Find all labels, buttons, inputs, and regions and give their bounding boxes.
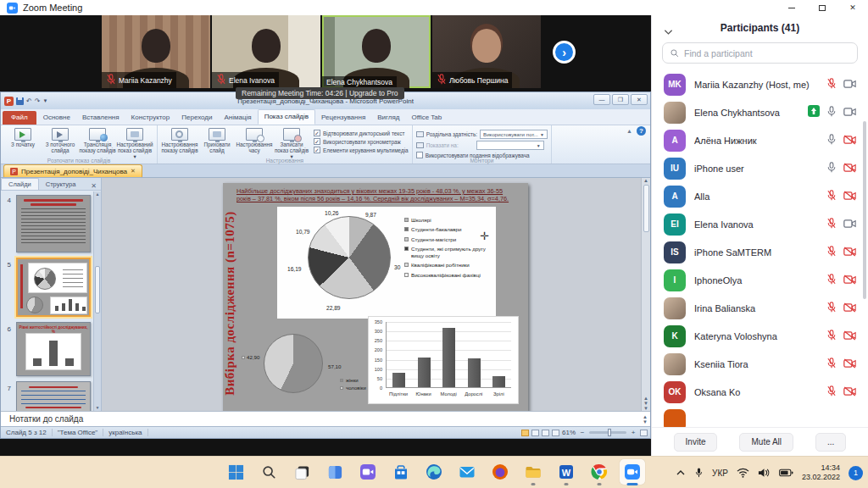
participant-row[interactable]: Irina Balianska bbox=[652, 294, 868, 322]
video-tile-3[interactable]: Elena Chykhantsova bbox=[322, 15, 431, 88]
slide-thumbnail-7[interactable] bbox=[16, 381, 91, 411]
hidden-icons-chevron[interactable] bbox=[676, 469, 686, 477]
microphone-tray-icon[interactable] bbox=[694, 467, 704, 479]
search-input[interactable] bbox=[684, 48, 837, 58]
participant-row[interactable] bbox=[652, 406, 868, 427]
participant-row[interactable]: AAlla bbox=[652, 182, 868, 210]
participant-row[interactable]: KKateryna Voloshyna bbox=[652, 322, 868, 350]
show-on-dropdown[interactable]: ▼ bbox=[476, 141, 544, 150]
set-up-slideshow-button[interactable]: Настроювання показу слайдів bbox=[161, 127, 198, 160]
participant-row[interactable]: IIphoneOlya bbox=[652, 266, 868, 294]
collapse-panel-icon[interactable] bbox=[664, 24, 673, 39]
close-button[interactable]: ✕ bbox=[837, 0, 868, 15]
view-slideshow-button[interactable] bbox=[552, 430, 559, 436]
broadcast-slideshow-button[interactable]: Трансляція показу слайдів bbox=[79, 127, 116, 160]
notes-area[interactable]: Нотатки до слайда ▲▼ bbox=[1, 411, 650, 426]
rehearse-timings-button[interactable]: Настроювання часу bbox=[236, 127, 273, 160]
help-icon[interactable]: ? bbox=[637, 126, 646, 136]
hide-slide-button[interactable]: Приховати слайд bbox=[198, 127, 236, 160]
clock[interactable]: 14:34 23.02.2022 bbox=[802, 463, 840, 483]
next-page-button[interactable]: › bbox=[553, 41, 576, 64]
maximize-button[interactable] bbox=[807, 0, 837, 15]
participant-row[interactable]: MKMariia Kazanzhy (Host, me) bbox=[652, 70, 868, 98]
media-controls-checkbox[interactable]: ✓Елементи керування мультимедіа bbox=[314, 147, 409, 153]
fit-to-window-button[interactable] bbox=[640, 430, 648, 436]
pane-close-icon[interactable]: ✕ bbox=[86, 182, 101, 190]
taskbar-edge-icon[interactable] bbox=[421, 459, 447, 485]
battery-icon[interactable] bbox=[779, 469, 793, 477]
taskbar-word-icon[interactable]: W bbox=[554, 459, 579, 485]
ribbon-tab-home[interactable]: Основне bbox=[37, 111, 76, 125]
slide-thumbnail-5[interactable] bbox=[16, 258, 91, 317]
ribbon-tab-file[interactable]: Файл bbox=[3, 111, 36, 125]
minimize-ribbon-icon[interactable]: ▲ bbox=[626, 128, 632, 134]
taskbar-firefox-icon[interactable] bbox=[487, 459, 513, 485]
slides-pane-scrollbar[interactable]: ▲▼ bbox=[93, 191, 101, 411]
ribbon-tab-review[interactable]: Рецензування bbox=[315, 111, 371, 125]
participant-row[interactable]: AАлёна Нижник bbox=[652, 126, 868, 154]
volume-icon[interactable] bbox=[758, 468, 771, 478]
taskbar-explorer-icon[interactable] bbox=[520, 459, 546, 485]
participant-search[interactable] bbox=[662, 42, 858, 64]
ribbon-tab-transitions[interactable]: Переходи bbox=[175, 111, 218, 125]
invite-button[interactable]: Invite bbox=[674, 433, 718, 452]
use-timings-checkbox[interactable]: ✓Використовувати хронометраж bbox=[314, 138, 409, 145]
taskbar-zoom-icon[interactable] bbox=[620, 459, 645, 485]
custom-slideshow-button[interactable]: Настроюваний показ слайдів ▾ bbox=[116, 127, 153, 160]
taskbar-start-icon[interactable] bbox=[223, 459, 248, 485]
taskbar-search-icon[interactable] bbox=[256, 459, 281, 485]
ribbon-tab-insert[interactable]: Вставлення bbox=[76, 111, 125, 125]
doc-tab-close-icon[interactable]: ✕ bbox=[131, 168, 136, 175]
current-slide[interactable]: Вибірка дослідження (n=1075) Найбільше д… bbox=[223, 183, 528, 411]
participant-row[interactable]: Elena Chykhantsova bbox=[652, 98, 868, 126]
ribbon-tab-view[interactable]: Вигляд bbox=[371, 111, 405, 125]
ppt-restore-button[interactable]: ❐ bbox=[612, 94, 629, 105]
document-tab[interactable]: P Презентація_доповіді_Чиханцова ✕ bbox=[3, 164, 142, 177]
from-beginning-button[interactable]: З початку bbox=[4, 127, 42, 160]
ribbon-tab-slideshow[interactable]: Показ слайдів bbox=[258, 109, 315, 125]
pie-data-label: 10,26 bbox=[325, 210, 339, 216]
minimize-button[interactable] bbox=[776, 0, 807, 15]
taskbar-task-view-icon[interactable] bbox=[289, 459, 314, 485]
tab-outline[interactable]: Структура bbox=[39, 179, 83, 190]
ribbon-tab-design[interactable]: Конструктор bbox=[125, 111, 176, 125]
video-tile-1[interactable]: Mariia Kazanzhy bbox=[102, 15, 210, 88]
taskbar-widgets-icon[interactable] bbox=[322, 459, 348, 485]
notes-resize-icons[interactable]: ▲▼ bbox=[643, 414, 650, 424]
view-sorter-button[interactable] bbox=[531, 430, 539, 436]
taskbar-chrome-icon[interactable] bbox=[587, 459, 612, 485]
ppt-close-button[interactable]: ✕ bbox=[631, 94, 648, 105]
canvas-scrollbar[interactable]: ▲ ▲▼▼ bbox=[641, 178, 650, 411]
notification-badge[interactable]: 1 bbox=[849, 466, 863, 480]
participant-row[interactable]: EIElena Ivanova bbox=[652, 210, 868, 238]
slide-thumbnail-6[interactable]: Рівні життєстійкості досліджуваних, % bbox=[16, 322, 91, 376]
play-narrations-checkbox[interactable]: ✓Відтворювати дикторський текст bbox=[314, 130, 409, 136]
mute-all-button[interactable]: Mute All bbox=[739, 433, 793, 452]
language-indicator[interactable]: УКР bbox=[712, 469, 728, 478]
participants-scrollbar[interactable] bbox=[863, 121, 866, 299]
ribbon-tab-animations[interactable]: Анімація bbox=[218, 111, 257, 125]
slide-thumbnail-4[interactable] bbox=[16, 195, 91, 252]
zoom-out-button[interactable]: − bbox=[578, 429, 587, 436]
more-options-button[interactable]: ... bbox=[815, 433, 846, 452]
view-normal-button[interactable] bbox=[521, 430, 529, 436]
taskbar-mail-icon[interactable] bbox=[454, 459, 480, 485]
wifi-icon[interactable] bbox=[737, 468, 749, 478]
video-tile-4[interactable]: Любовь Першина bbox=[432, 15, 541, 88]
resolution-dropdown[interactable]: Використовувати пот...▼ bbox=[480, 130, 548, 139]
taskbar-store-icon[interactable] bbox=[388, 459, 414, 485]
video-tile-2[interactable]: Elena Ivanova bbox=[212, 15, 320, 88]
participant-row[interactable]: ISiPhone SaMTERM bbox=[652, 238, 868, 266]
zoom-slider[interactable] bbox=[589, 431, 626, 434]
zoom-in-button[interactable]: + bbox=[629, 429, 637, 436]
tab-slides[interactable]: Слайди bbox=[1, 178, 39, 190]
view-reading-button[interactable] bbox=[542, 430, 549, 436]
record-slideshow-button[interactable]: Записати показ слайдів ▾ bbox=[273, 127, 310, 160]
participant-row[interactable]: IUiPhone user bbox=[652, 154, 868, 182]
from-current-slide-button[interactable]: З поточного слайда bbox=[42, 127, 79, 160]
taskbar-chat-icon[interactable] bbox=[355, 459, 381, 485]
participant-row[interactable]: OKOksana Ko bbox=[652, 378, 868, 406]
participant-row[interactable]: Kseniia Tiora bbox=[652, 350, 868, 378]
ppt-minimize-button[interactable]: — bbox=[593, 94, 610, 105]
ribbon-tab-office-tab[interactable]: Office Tab bbox=[405, 111, 448, 125]
